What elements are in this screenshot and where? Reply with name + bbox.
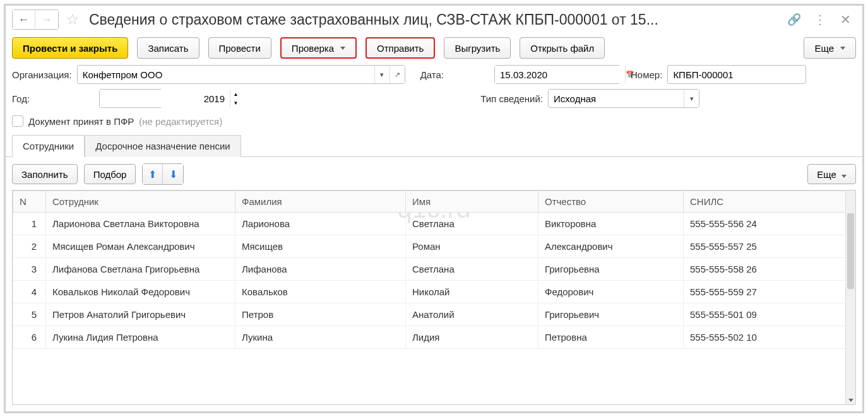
favorite-icon[interactable]: ☆ bbox=[64, 11, 81, 28]
org-label: Организация: bbox=[12, 69, 72, 80]
year-spinner[interactable]: ▲ ▼ bbox=[99, 89, 162, 108]
back-button[interactable]: ← bbox=[13, 10, 35, 29]
pfr-label: Документ принят в ПФР bbox=[28, 116, 134, 127]
info-type-dropdown[interactable]: ▾ bbox=[684, 90, 699, 107]
nav-buttons: ← → bbox=[12, 9, 59, 30]
cell-surname: Ковальков bbox=[235, 281, 406, 303]
employees-table-wrap: N Сотрудник Фамилия Имя Отчество СНИЛС 1… bbox=[12, 190, 856, 405]
link-icon[interactable]: 🔗 bbox=[787, 13, 801, 26]
pfr-checkbox[interactable] bbox=[12, 115, 23, 127]
year-down[interactable]: ▼ bbox=[230, 98, 241, 107]
cell-patronymic: Федорович bbox=[538, 281, 684, 303]
cell-snils: 555-555-556 24 bbox=[684, 213, 855, 235]
cell-snils: 555-555-559 27 bbox=[684, 281, 855, 303]
cell-n: 6 bbox=[13, 326, 46, 349]
cell-employee: Ковальков Николай Федорович bbox=[46, 281, 235, 303]
cell-name: Роман bbox=[406, 235, 538, 258]
number-input[interactable] bbox=[667, 65, 806, 84]
menu-icon[interactable]: ⋮ bbox=[814, 12, 826, 27]
date-label: Дата: bbox=[420, 69, 444, 80]
tab-pension[interactable]: Досрочное назначение пенсии bbox=[85, 135, 241, 157]
sub-more-button[interactable]: Еще bbox=[807, 164, 856, 184]
move-up-button[interactable]: ⬆ bbox=[143, 164, 163, 184]
page-title: Сведения о страховом стаже застрахованны… bbox=[86, 11, 778, 28]
open-file-button[interactable]: Открыть файл bbox=[520, 37, 605, 59]
org-combo[interactable]: ▾ ↗ bbox=[77, 65, 405, 84]
fill-button[interactable]: Заполнить bbox=[12, 164, 78, 184]
chevron-down-icon bbox=[841, 175, 847, 178]
date-input[interactable] bbox=[495, 66, 625, 83]
chevron-down-icon bbox=[840, 47, 845, 50]
cell-name: Лидия bbox=[406, 326, 538, 349]
table-row[interactable]: 6Лукина Лидия ПетровнаЛукинаЛидияПетровн… bbox=[13, 326, 855, 349]
move-buttons: ⬆ ⬇ bbox=[142, 163, 184, 185]
cell-surname: Лифанова bbox=[235, 258, 406, 281]
date-combo[interactable]: 📅 bbox=[494, 65, 621, 84]
pfr-suffix: (не редактируется) bbox=[139, 116, 222, 127]
cell-employee: Мясищев Роман Александрович bbox=[46, 235, 235, 258]
col-n[interactable]: N bbox=[13, 191, 46, 213]
cell-snils: 555-555-557 25 bbox=[684, 235, 855, 258]
cell-snils: 555-555-502 10 bbox=[684, 326, 855, 349]
cell-patronymic: Александрович bbox=[538, 235, 684, 258]
table-row[interactable]: 3Лифанова Светлана ГригорьевнаЛифановаСв… bbox=[13, 258, 855, 281]
number-label: Номер: bbox=[631, 69, 662, 80]
cell-n: 2 bbox=[13, 235, 46, 258]
more-button[interactable]: Еще bbox=[804, 37, 856, 59]
cell-n: 1 bbox=[13, 213, 46, 235]
cell-snils: 555-555-558 26 bbox=[684, 258, 855, 281]
cell-name: Анатолий bbox=[406, 303, 538, 326]
cell-patronymic: Петровна bbox=[538, 326, 684, 349]
check-button[interactable]: Проверка bbox=[280, 37, 357, 59]
tab-employees[interactable]: Сотрудники bbox=[12, 135, 85, 157]
send-button[interactable]: Отправить bbox=[366, 37, 435, 59]
post-button[interactable]: Провести bbox=[208, 37, 271, 59]
cell-patronymic: Григорьевна bbox=[538, 258, 684, 281]
post-and-close-button[interactable]: Провести и закрыть bbox=[12, 37, 128, 59]
cell-employee: Лифанова Светлана Григорьевна bbox=[46, 258, 235, 281]
export-button[interactable]: Выгрузить bbox=[444, 37, 511, 59]
cell-employee: Петров Анатолий Григорьевич bbox=[46, 303, 235, 326]
move-down-button[interactable]: ⬇ bbox=[163, 164, 183, 184]
scroll-thumb[interactable] bbox=[847, 213, 854, 289]
cell-surname: Мясищев bbox=[235, 235, 406, 258]
cell-snils: 555-555-501 09 bbox=[684, 303, 855, 326]
col-surname[interactable]: Фамилия bbox=[235, 191, 406, 213]
table-row[interactable]: 5Петров Анатолий ГригорьевичПетровАнатол… bbox=[13, 303, 855, 326]
table-row[interactable]: 4Ковальков Николай ФедоровичКовальковНик… bbox=[13, 281, 855, 303]
chevron-down-icon bbox=[340, 47, 345, 50]
cell-patronymic: Викторовна bbox=[538, 213, 684, 235]
table-row[interactable]: 2Мясищев Роман АлександровичМясищевРоман… bbox=[13, 235, 855, 258]
cell-surname: Лукина bbox=[235, 326, 406, 349]
org-input[interactable] bbox=[78, 66, 374, 83]
org-open[interactable]: ↗ bbox=[389, 66, 405, 83]
info-type-combo[interactable]: ▾ bbox=[548, 89, 699, 108]
cell-name: Светлана bbox=[406, 213, 538, 235]
employees-table[interactable]: N Сотрудник Фамилия Имя Отчество СНИЛС 1… bbox=[13, 191, 855, 349]
col-snils[interactable]: СНИЛС bbox=[684, 191, 855, 213]
cell-employee: Лукина Лидия Петровна bbox=[46, 326, 235, 349]
cell-patronymic: Григорьевич bbox=[538, 303, 684, 326]
cell-name: Николай bbox=[406, 281, 538, 303]
cell-surname: Петров bbox=[235, 303, 406, 326]
year-up[interactable]: ▲ bbox=[230, 90, 241, 98]
cell-name: Светлана bbox=[406, 258, 538, 281]
cell-employee: Ларионова Светлана Викторовна bbox=[46, 213, 235, 235]
col-patronymic[interactable]: Отчество bbox=[538, 191, 684, 213]
save-button[interactable]: Записать bbox=[137, 37, 199, 59]
table-row[interactable]: 1Ларионова Светлана ВикторовнаЛарионоваС… bbox=[13, 213, 855, 235]
cell-n: 5 bbox=[13, 303, 46, 326]
cell-n: 4 bbox=[13, 281, 46, 303]
cell-n: 3 bbox=[13, 258, 46, 281]
year-label: Год: bbox=[12, 93, 30, 104]
org-dropdown[interactable]: ▾ bbox=[374, 66, 389, 83]
forward-button[interactable]: → bbox=[35, 10, 58, 29]
scrollbar[interactable] bbox=[845, 191, 855, 404]
scroll-down-icon[interactable] bbox=[848, 399, 853, 402]
close-icon[interactable]: ✕ bbox=[840, 12, 851, 27]
pick-button[interactable]: Подбор bbox=[84, 164, 136, 184]
info-type-input[interactable] bbox=[549, 90, 684, 107]
year-input[interactable] bbox=[100, 90, 230, 107]
col-name[interactable]: Имя bbox=[406, 191, 538, 213]
col-employee[interactable]: Сотрудник bbox=[46, 191, 235, 213]
